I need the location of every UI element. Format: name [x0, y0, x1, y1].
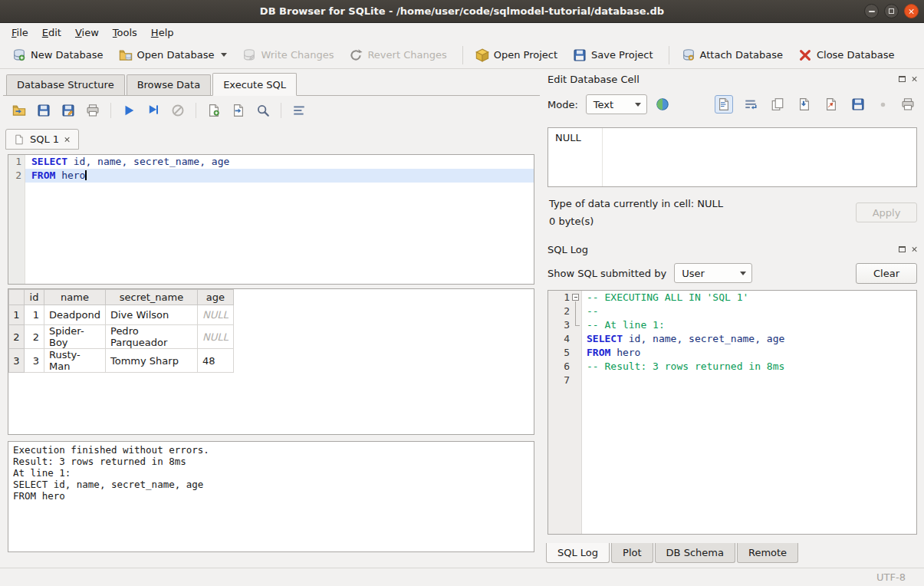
cell-age[interactable]: NULL — [198, 325, 234, 349]
cell-id[interactable]: 3 — [25, 349, 44, 373]
bottom-dock-tabbar: SQL Log Plot DB Schema Remote — [546, 543, 800, 563]
cell-secret-name[interactable]: Pedro Parqueador — [106, 325, 198, 349]
revert-changes-button[interactable]: Revert Changes — [343, 44, 452, 66]
close-sql-tab-icon[interactable] — [64, 137, 71, 143]
mode-auto-icon — [656, 97, 669, 111]
cell-id[interactable]: 2 — [25, 325, 44, 349]
column-header-age[interactable]: age — [198, 290, 234, 305]
table-row: 1 1 Deadpond Dive Wilson NULL — [9, 305, 234, 325]
cell-age[interactable]: NULL — [198, 305, 234, 325]
menu-tools[interactable]: Tools — [106, 25, 144, 41]
clear-log-button[interactable]: Clear — [856, 263, 917, 284]
cell-import-button[interactable] — [795, 95, 814, 114]
column-header-id[interactable]: id — [25, 290, 44, 305]
row-header[interactable]: 3 — [9, 349, 25, 373]
encoding-indicator[interactable]: UTF-8 — [876, 571, 906, 583]
sql-editor-tab[interactable]: SQL 1 — [5, 129, 79, 150]
save-sql-file-icon[interactable] — [37, 104, 51, 117]
cell-save-button[interactable] — [849, 95, 867, 114]
dock-tab-plot[interactable]: Plot — [611, 543, 653, 563]
corner-header[interactable] — [9, 290, 25, 305]
log-line: 3 -- At line 1: — [548, 318, 916, 332]
row-header[interactable]: 1 — [9, 305, 25, 325]
float-dock-icon[interactable] — [899, 246, 906, 252]
combo-caret-icon — [740, 272, 746, 275]
log-line: 2 -- — [548, 305, 916, 318]
minimize-button[interactable] — [864, 4, 879, 18]
open-database-dropdown-icon[interactable] — [221, 53, 227, 57]
menu-view[interactable]: View — [68, 25, 106, 41]
column-header-name[interactable]: name — [44, 290, 106, 305]
cell-export-button[interactable] — [822, 95, 840, 114]
stop-execution-icon[interactable] — [171, 104, 185, 117]
menu-help[interactable]: Help — [144, 25, 181, 41]
close-dock-icon[interactable] — [912, 76, 918, 82]
cell-content-editor[interactable]: NULL — [547, 127, 917, 187]
cell-set-null-icon — [878, 100, 888, 110]
open-database-button[interactable]: Open Database — [113, 44, 234, 66]
execute-sql-pane: SQL 1 1 SELECT id, name, secret_name, ag… — [3, 95, 540, 566]
dock-tab-db-schema[interactable]: DB Schema — [655, 543, 735, 563]
table-row: 2 2 Spider-Boy Pedro Parqueador NULL — [9, 325, 234, 349]
close-window-button[interactable] — [904, 4, 919, 18]
sql-keyword: FROM — [31, 170, 55, 181]
combo-caret-icon — [635, 103, 641, 107]
maximize-button[interactable] — [884, 4, 899, 18]
mode-auto-button[interactable] — [653, 94, 672, 114]
cell-age[interactable]: 48 — [198, 349, 234, 373]
cell-set-null-button[interactable] — [876, 97, 890, 112]
log-line: 1 -- EXECUTING ALL IN 'SQL 1' — [548, 291, 916, 305]
attach-database-button[interactable]: Attach Database — [676, 44, 789, 66]
find-replace-icon[interactable] — [256, 104, 270, 117]
cell-id[interactable]: 1 — [25, 305, 44, 325]
write-changes-button[interactable]: Write Changes — [236, 44, 340, 66]
cell-name[interactable]: Spider-Boy — [44, 325, 106, 349]
sql-editor[interactable]: 1 SELECT id, name, secret_name, age 2 FR… — [8, 154, 534, 285]
table-row: 3 3 Rusty-Man Tommy Sharp 48 — [9, 349, 234, 373]
execute-line-icon[interactable] — [146, 104, 160, 117]
cell-import-icon — [797, 97, 811, 111]
close-dock-icon[interactable] — [912, 246, 918, 252]
cell-wordwrap-button[interactable] — [742, 95, 760, 114]
main-toolbar: New Database Open Database Write Changes… — [0, 41, 924, 69]
apply-button[interactable]: Apply — [856, 202, 917, 222]
execute-all-icon[interactable] — [122, 104, 136, 117]
close-database-button[interactable]: Close Database — [792, 44, 901, 66]
fold-collapse-icon[interactable] — [572, 294, 579, 301]
log-line: 4 SELECT id, name, secret_name, age — [548, 332, 916, 346]
revert-changes-icon — [349, 48, 363, 62]
new-sql-tab-icon[interactable] — [207, 104, 221, 117]
cell-name[interactable]: Deadpond — [44, 305, 106, 325]
row-header[interactable]: 2 — [9, 325, 25, 349]
save-sql-as-icon[interactable] — [61, 104, 75, 117]
open-project-button[interactable]: Open Project — [469, 44, 564, 66]
float-dock-icon[interactable] — [899, 76, 906, 82]
log-line: 6 -- Result: 3 rows returned in 8ms — [548, 360, 916, 374]
cell-text-mode-button[interactable] — [715, 95, 733, 114]
cell-secret-name[interactable]: Tommy Sharp — [106, 349, 198, 373]
cell-name[interactable]: Rusty-Man — [44, 349, 106, 373]
sql-log-filter-row: Show SQL submitted by User Clear — [547, 262, 917, 284]
menu-edit[interactable]: Edit — [35, 25, 68, 41]
dock-tab-remote[interactable]: Remote — [737, 543, 798, 563]
menu-file[interactable]: File — [5, 25, 35, 41]
editor-line-current: 2 FROM hero — [8, 169, 534, 183]
open-sql-tab-icon[interactable] — [232, 104, 245, 117]
cell-print-button[interactable] — [899, 95, 917, 114]
dock-tab-sql-log[interactable]: SQL Log — [546, 543, 610, 563]
open-sql-file-icon[interactable] — [12, 104, 26, 117]
tab-browse-data[interactable]: Browse Data — [127, 74, 212, 95]
print-sql-icon[interactable] — [86, 104, 100, 117]
cell-copy-button[interactable] — [768, 95, 787, 114]
mode-combobox[interactable]: Text — [586, 94, 647, 114]
sql-log-view[interactable]: 1 -- EXECUTING ALL IN 'SQL 1' 2 -- 3 -- … — [547, 290, 917, 535]
save-project-button[interactable]: Save Project — [567, 44, 659, 66]
cell-wordwrap-icon — [744, 97, 758, 111]
column-header-secret-name[interactable]: secret_name — [106, 290, 198, 305]
log-filter-combobox[interactable]: User — [674, 263, 752, 283]
cell-secret-name[interactable]: Dive Wilson — [106, 305, 198, 325]
tab-database-structure[interactable]: Database Structure — [6, 74, 125, 95]
tab-execute-sql[interactable]: Execute SQL — [212, 73, 297, 96]
format-sql-icon[interactable] — [292, 104, 306, 117]
new-database-button[interactable]: New Database — [6, 44, 110, 66]
